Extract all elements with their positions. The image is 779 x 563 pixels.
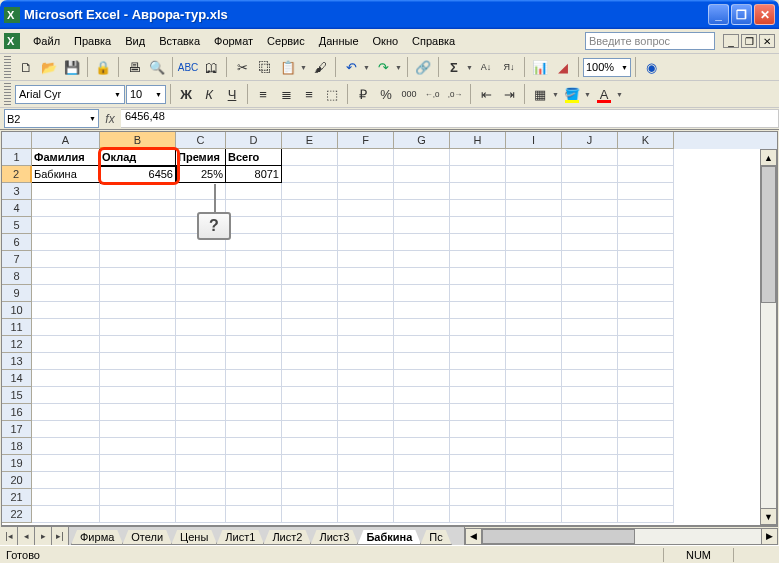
open-button[interactable]: 📂 (38, 56, 60, 78)
scroll-down-button[interactable]: ▼ (760, 508, 777, 525)
increase-indent-button[interactable]: ⇥ (498, 83, 520, 105)
paste-button[interactable]: 📋 (277, 56, 299, 78)
cell[interactable] (176, 506, 226, 523)
cell[interactable] (506, 319, 562, 336)
cell[interactable] (176, 268, 226, 285)
merge-center-button[interactable]: ⬚ (321, 83, 343, 105)
cell[interactable] (450, 336, 506, 353)
cell[interactable] (618, 353, 674, 370)
sort-asc-button[interactable]: A↓ (475, 56, 497, 78)
sheet-tab[interactable]: Лист2 (263, 530, 311, 545)
cell[interactable] (562, 506, 618, 523)
comma-button[interactable]: 000 (398, 83, 420, 105)
cell[interactable] (100, 370, 176, 387)
cell[interactable] (32, 370, 100, 387)
cell[interactable] (618, 149, 674, 166)
cell[interactable] (338, 149, 394, 166)
cell[interactable] (226, 421, 282, 438)
cell[interactable] (450, 455, 506, 472)
cell[interactable] (450, 489, 506, 506)
font-size-combo[interactable]: 10▼ (126, 85, 166, 104)
cell[interactable]: Бабкина (32, 166, 100, 183)
cell[interactable] (100, 302, 176, 319)
cell[interactable] (100, 353, 176, 370)
decrease-indent-button[interactable]: ⇤ (475, 83, 497, 105)
cell[interactable] (32, 506, 100, 523)
menu-format[interactable]: Формат (207, 32, 260, 50)
cell[interactable] (32, 336, 100, 353)
cell[interactable]: Всего (226, 149, 282, 166)
cell[interactable] (176, 353, 226, 370)
cell[interactable] (32, 251, 100, 268)
row-header[interactable]: 5 (2, 217, 32, 234)
cell[interactable] (100, 336, 176, 353)
cell[interactable] (450, 302, 506, 319)
menu-edit[interactable]: Правка (67, 32, 118, 50)
maximize-button[interactable]: ❐ (731, 4, 752, 25)
tab-nav-prev[interactable]: ◂ (18, 527, 35, 545)
drawing-button[interactable]: ◢ (552, 56, 574, 78)
bold-button[interactable]: Ж (175, 83, 197, 105)
cell[interactable] (282, 285, 338, 302)
font-name-combo[interactable]: Arial Cyr▼ (15, 85, 125, 104)
cell[interactable] (32, 472, 100, 489)
currency-button[interactable]: ₽ (352, 83, 374, 105)
cell[interactable] (562, 302, 618, 319)
cell[interactable] (282, 200, 338, 217)
sheet-tab[interactable]: Фирма (71, 530, 123, 545)
workbook-icon[interactable]: X (4, 33, 20, 49)
cell[interactable] (282, 302, 338, 319)
fill-color-button[interactable]: 🪣 (561, 83, 583, 105)
menu-help[interactable]: Справка (405, 32, 462, 50)
cell[interactable] (32, 353, 100, 370)
vertical-scrollbar[interactable]: ▲ ▼ (760, 149, 777, 525)
menu-tools[interactable]: Сервис (260, 32, 312, 50)
cell[interactable] (338, 302, 394, 319)
mdi-restore-button[interactable]: ❐ (741, 34, 757, 48)
cell[interactable] (618, 200, 674, 217)
hyperlink-button[interactable]: 🔗 (412, 56, 434, 78)
cell[interactable] (394, 166, 450, 183)
cell[interactable] (394, 455, 450, 472)
cell[interactable] (100, 217, 176, 234)
cell[interactable] (394, 387, 450, 404)
select-all-corner[interactable] (2, 132, 32, 149)
col-header[interactable]: E (282, 132, 338, 149)
col-header[interactable]: K (618, 132, 674, 149)
cell[interactable] (394, 370, 450, 387)
cell[interactable] (394, 319, 450, 336)
cell[interactable] (618, 268, 674, 285)
row-header[interactable]: 16 (2, 404, 32, 421)
cell[interactable] (618, 404, 674, 421)
italic-button[interactable]: К (198, 83, 220, 105)
cell[interactable] (226, 387, 282, 404)
cell[interactable] (450, 387, 506, 404)
cell[interactable] (282, 336, 338, 353)
row-header[interactable]: 6 (2, 234, 32, 251)
formula-input[interactable]: 6456,48 (121, 109, 779, 128)
cell[interactable] (226, 506, 282, 523)
cell[interactable] (450, 353, 506, 370)
cell[interactable] (176, 404, 226, 421)
cell[interactable] (282, 234, 338, 251)
percent-button[interactable]: % (375, 83, 397, 105)
cell[interactable] (226, 183, 282, 200)
cell[interactable] (100, 285, 176, 302)
cell[interactable] (32, 217, 100, 234)
cell[interactable] (338, 421, 394, 438)
cell[interactable] (282, 472, 338, 489)
cell[interactable] (100, 183, 176, 200)
cell[interactable] (506, 421, 562, 438)
tab-nav-first[interactable]: |◂ (1, 527, 18, 545)
cell[interactable] (226, 455, 282, 472)
cell[interactable] (394, 268, 450, 285)
row-header[interactable]: 7 (2, 251, 32, 268)
cell[interactable] (394, 251, 450, 268)
cell[interactable] (450, 149, 506, 166)
row-header[interactable]: 19 (2, 455, 32, 472)
cell[interactable] (32, 285, 100, 302)
cell[interactable] (100, 455, 176, 472)
cell[interactable] (338, 489, 394, 506)
cell[interactable] (100, 506, 176, 523)
cell[interactable] (506, 404, 562, 421)
